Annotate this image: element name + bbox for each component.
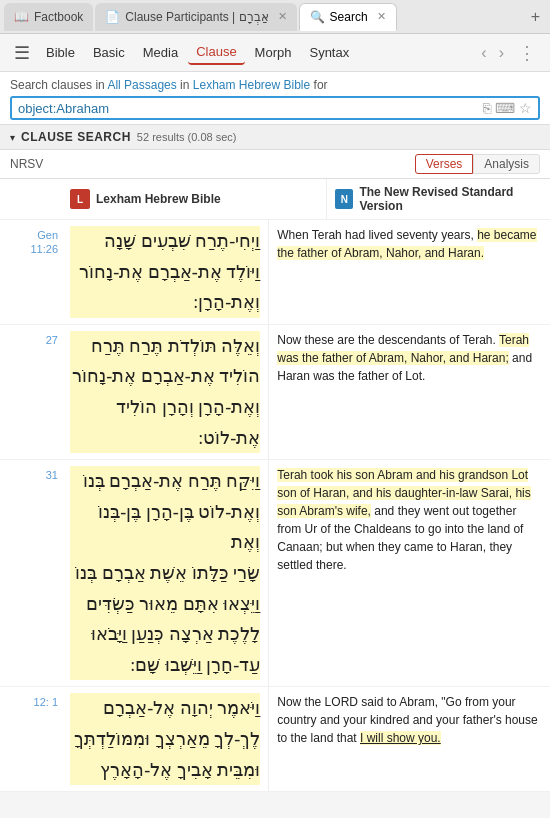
verse-ref-27: 27 bbox=[0, 325, 62, 459]
tab-search-close[interactable]: ✕ bbox=[377, 10, 386, 23]
nav-forward-button[interactable]: › bbox=[495, 42, 508, 64]
table-row: 12: 1 וַיֹּאמֶר יְהוָה אֶל-אַבְרָם לֶךְ-… bbox=[0, 687, 550, 792]
results-title: CLAUSE SEARCH bbox=[21, 130, 131, 144]
nav-syntax[interactable]: Syntax bbox=[301, 41, 357, 64]
add-tab-button[interactable]: + bbox=[525, 8, 546, 26]
search-copy-icon[interactable]: ⎘ bbox=[483, 100, 491, 116]
search-bar: Search clauses in All Passages in Lexham… bbox=[0, 72, 550, 125]
verse-content-27: וְאֵלֶּה תּוֹלְדֹת תֶּרַח תֶּרַח הוֹלִיד… bbox=[62, 325, 550, 459]
clause-participants-icon: 📄 bbox=[105, 10, 120, 24]
verse-ref-label-31[interactable]: 31 bbox=[46, 469, 58, 481]
table-row: Gen 11:26 וַיְחִי-תֶרַח שִׁבְעִים שָׁנָה… bbox=[0, 220, 550, 325]
tab-clause-participants-close[interactable]: ✕ bbox=[278, 10, 287, 23]
verse-ref-gen11-26: Gen 11:26 bbox=[0, 220, 62, 324]
tab-bar: 📖 Factbook 📄 Clause Participants | אַבְר… bbox=[0, 0, 550, 34]
table-row: 31 וַיִּקַּח תֶּרַח אֶת-אַבְרָם בְּנוֹ ו… bbox=[0, 460, 550, 687]
results-count: 52 results (0.08 sec) bbox=[137, 131, 237, 143]
main-content: L Lexham Hebrew Bible N The New Revised … bbox=[0, 179, 550, 792]
english-col-27: Now these are the descendants of Terah. … bbox=[269, 325, 550, 459]
english-highlight-31a: Terah took his son Abram and his grandso… bbox=[277, 468, 530, 518]
verse-ref-label-27[interactable]: 27 bbox=[46, 334, 58, 346]
hebrew-col-31: וַיִּקַּח תֶּרַח אֶת-אַבְרָם בְּנוֹ וְאֶ… bbox=[62, 460, 269, 686]
search-desc-post: for bbox=[314, 78, 328, 92]
search-desc-pre: Search clauses in bbox=[10, 78, 107, 92]
english-highlight-12-1: I will show you. bbox=[360, 731, 441, 745]
verse-ref-31: 31 bbox=[0, 460, 62, 686]
collapse-icon[interactable]: ▾ bbox=[10, 132, 15, 143]
source-headers: L Lexham Hebrew Bible N The New Revised … bbox=[0, 179, 550, 220]
lhb-header: L Lexham Hebrew Bible bbox=[62, 179, 327, 219]
scroll-area[interactable]: Gen 11:26 וַיְחִי-תֶרַח שִׁבְעִים שָׁנָה… bbox=[0, 220, 550, 792]
translation-label: NRSV bbox=[10, 157, 43, 171]
factbook-icon: 📖 bbox=[14, 10, 29, 24]
tab-analysis[interactable]: Analysis bbox=[473, 154, 540, 174]
nav-clause[interactable]: Clause bbox=[188, 40, 244, 65]
verse-ref-label[interactable]: Gen 11:26 bbox=[30, 229, 58, 255]
search-bookmark-icon[interactable]: ☆ bbox=[519, 100, 532, 116]
nrsv-label: The New Revised Standard Version bbox=[359, 185, 542, 213]
tab-clause-participants-label: Clause Participants | אַבְרָם bbox=[125, 10, 268, 24]
english-col-31: Terah took his son Abram and his grandso… bbox=[269, 460, 550, 686]
nrsv-icon: N bbox=[335, 189, 353, 209]
tab-verses[interactable]: Verses bbox=[415, 154, 474, 174]
tab-factbook[interactable]: 📖 Factbook bbox=[4, 3, 93, 31]
hebrew-text-31: וַיִּקַּח תֶּרַח אֶת-אַבְרָם בְּנוֹ וְאֶ… bbox=[70, 466, 260, 680]
view-tabs: Verses Analysis bbox=[415, 154, 540, 174]
menu-button[interactable]: ☰ bbox=[8, 38, 36, 68]
verse-content-31: וַיִּקַּח תֶּרַח אֶת-אַבְרָם בְּנוֹ וְאֶ… bbox=[62, 460, 550, 686]
all-passages-link[interactable]: All Passages bbox=[107, 78, 176, 92]
hebrew-col-12-1: וַיֹּאמֶר יְהוָה אֶל-אַבְרָם לֶךְ-לְךָ מ… bbox=[62, 687, 269, 791]
english-col-12-1: Now the LORD said to Abram, "Go from you… bbox=[269, 687, 550, 791]
nav-back-button[interactable]: ‹ bbox=[477, 42, 490, 64]
verse-content-12-1: וַיֹּאמֶר יְהוָה אֶל-אַבְרָם לֶךְ-לְךָ מ… bbox=[62, 687, 550, 791]
nav-basic[interactable]: Basic bbox=[85, 41, 133, 64]
verse-ref-12-1: 12: 1 bbox=[0, 687, 62, 791]
nav-bible[interactable]: Bible bbox=[38, 41, 83, 64]
nrsv-header: N The New Revised Standard Version bbox=[327, 179, 550, 219]
search-tab-icon: 🔍 bbox=[310, 10, 325, 24]
english-col-gen11-26: When Terah had lived seventy years, he b… bbox=[269, 220, 550, 324]
tab-factbook-label: Factbook bbox=[34, 10, 83, 24]
hebrew-col-27: וְאֵלֶּה תּוֹלְדֹת תֶּרַח תֶּרַח הוֹלִיד… bbox=[62, 325, 269, 459]
results-header[interactable]: ▾ CLAUSE SEARCH 52 results (0.08 sec) bbox=[0, 125, 550, 150]
nav-more-button[interactable]: ⋮ bbox=[512, 40, 542, 66]
search-keyboard-icon[interactable]: ⌨ bbox=[495, 100, 515, 116]
tab-search[interactable]: 🔍 Search ✕ bbox=[299, 3, 397, 31]
verse-content-gen11-26: וַיְחִי-תֶרַח שִׁבְעִים שָׁנָה וַיּוֹלֶד… bbox=[62, 220, 550, 324]
toolbar: ☰ Bible Basic Media Clause Morph Syntax … bbox=[0, 34, 550, 72]
lhb-label: Lexham Hebrew Bible bbox=[96, 192, 221, 206]
hebrew-col-gen11-26: וַיְחִי-תֶרַח שִׁבְעִים שָׁנָה וַיּוֹלֶד… bbox=[62, 220, 269, 324]
tab-search-label: Search bbox=[330, 10, 368, 24]
table-row: 27 וְאֵלֶּה תּוֹלְדֹת תֶּרַח תֶּרַח הוֹל… bbox=[0, 325, 550, 460]
tabs-row: NRSV Verses Analysis bbox=[0, 150, 550, 179]
tab-clause-participants[interactable]: 📄 Clause Participants | אַבְרָם ✕ bbox=[95, 3, 296, 31]
search-desc-mid: in bbox=[180, 78, 193, 92]
english-highlight: he became the father of Abram, Nahor, an… bbox=[277, 228, 536, 260]
lhb-icon: L bbox=[70, 189, 90, 209]
search-input[interactable] bbox=[18, 101, 479, 116]
hebrew-text-27: וְאֵלֶּה תּוֹלְדֹת תֶּרַח תֶּרַח הוֹלִיד… bbox=[70, 331, 260, 453]
nav-media[interactable]: Media bbox=[135, 41, 186, 64]
search-description: Search clauses in All Passages in Lexham… bbox=[10, 78, 540, 92]
search-input-row: ⎘ ⌨ ☆ bbox=[10, 96, 540, 120]
search-icons: ⎘ ⌨ ☆ bbox=[483, 100, 532, 116]
nav-morph[interactable]: Morph bbox=[247, 41, 300, 64]
hebrew-text-gen11-26: וַיְחִי-תֶרַח שִׁבְעִים שָׁנָה וַיּוֹלֶד… bbox=[70, 226, 260, 318]
hebrew-text-12-1: וַיֹּאמֶר יְהוָה אֶל-אַבְרָם לֶךְ-לְךָ מ… bbox=[70, 693, 260, 785]
lexham-hebrew-link[interactable]: Lexham Hebrew Bible bbox=[193, 78, 310, 92]
verse-num-header-spacer bbox=[0, 179, 62, 219]
english-highlight-27: Terah was the father of Abram, Nahor, an… bbox=[277, 333, 529, 365]
verse-ref-label-12-1[interactable]: 12: 1 bbox=[34, 696, 58, 708]
